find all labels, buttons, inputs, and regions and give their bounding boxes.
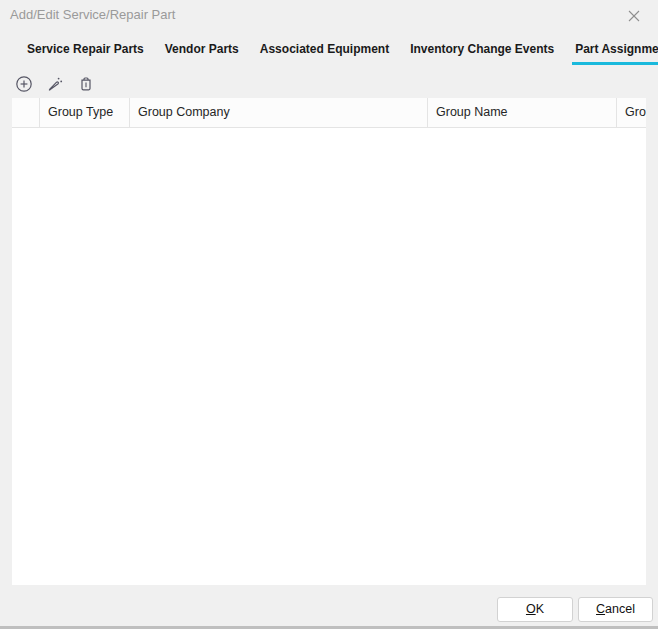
add-button[interactable] bbox=[14, 74, 34, 94]
tab-service-repair-parts[interactable]: Service Repair Parts bbox=[24, 40, 147, 65]
tab-part-assignments[interactable]: Part Assignments bbox=[572, 40, 658, 65]
column-header-group-company[interactable]: Group Company bbox=[130, 98, 428, 128]
table-header-row: Group Type Group Company Group Name Gro bbox=[12, 98, 646, 128]
column-header-group-name[interactable]: Group Name bbox=[428, 98, 617, 128]
trash-icon bbox=[77, 75, 95, 93]
delete-button[interactable] bbox=[76, 74, 96, 94]
cancel-button-label: Cancel bbox=[579, 598, 652, 621]
table-body-empty bbox=[12, 128, 646, 585]
tab-bar: Service Repair Parts Vendor Parts Associ… bbox=[24, 40, 654, 65]
add-circle-icon bbox=[15, 75, 33, 93]
ok-button-label: OK bbox=[498, 598, 572, 621]
cancel-button[interactable]: Cancel bbox=[578, 597, 653, 622]
edit-wand-icon bbox=[46, 75, 64, 93]
close-x-glyph bbox=[627, 9, 641, 23]
tab-associated-equipment[interactable]: Associated Equipment bbox=[257, 40, 392, 65]
tab-inventory-change-events[interactable]: Inventory Change Events bbox=[407, 40, 557, 65]
part-assignments-toolbar bbox=[14, 74, 96, 94]
add-edit-service-repair-part-dialog: Add/Edit Service/Repair Part Service Rep… bbox=[0, 0, 658, 629]
close-icon[interactable] bbox=[622, 4, 646, 28]
dialog-title: Add/Edit Service/Repair Part bbox=[10, 7, 175, 22]
ok-button[interactable]: OK bbox=[497, 597, 573, 622]
tab-vendor-parts[interactable]: Vendor Parts bbox=[162, 40, 242, 65]
column-header-group-type[interactable]: Group Type bbox=[40, 98, 130, 128]
edit-button[interactable] bbox=[45, 74, 65, 94]
part-assignments-table: Group Type Group Company Group Name Gro bbox=[12, 98, 646, 585]
column-header-group-clipped[interactable]: Gro bbox=[617, 98, 646, 128]
column-header-selector[interactable] bbox=[12, 98, 40, 128]
